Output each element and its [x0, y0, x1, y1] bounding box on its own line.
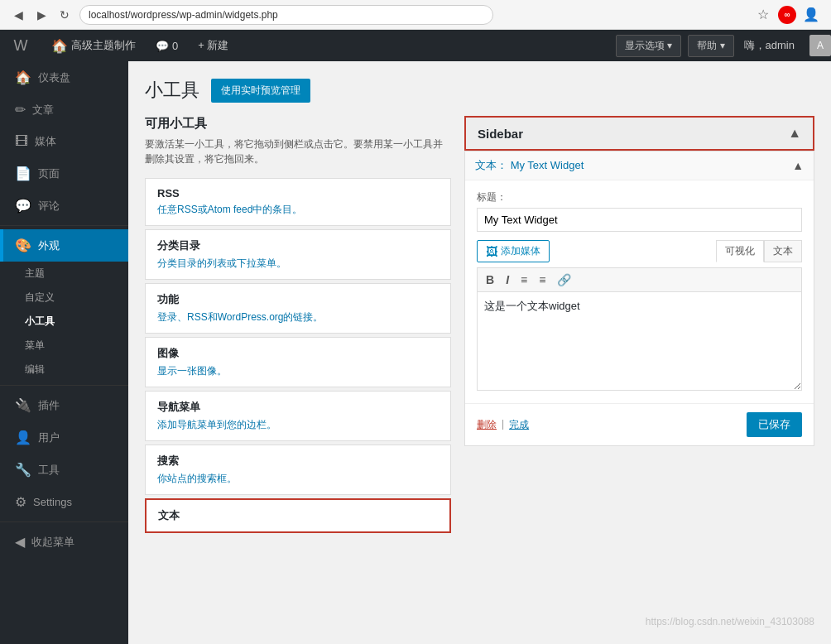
- editor-italic[interactable]: I: [502, 272, 512, 288]
- sidebar-label-appearance: 外观: [38, 238, 60, 253]
- sidebar-label-users: 用户: [38, 430, 60, 445]
- widget-item-rss[interactable]: RSS 任意RSS或Atom feed中的条目。: [145, 178, 451, 226]
- sidebar-label-comments: 评论: [38, 199, 60, 214]
- forward-button[interactable]: ▶: [33, 7, 50, 23]
- editor-list-ul[interactable]: ≡: [517, 272, 531, 288]
- editor-toolbar: B I ≡ ≡ 🔗: [477, 267, 802, 291]
- wp-logo[interactable]: W: [0, 30, 41, 61]
- sidebar-item-dashboard[interactable]: 🏠 仪表盘: [0, 61, 128, 94]
- widget-title-text: 文本: [158, 508, 438, 523]
- media-add-icon: 🖼: [486, 245, 497, 258]
- sidebar-sub-editor[interactable]: 编辑: [0, 358, 128, 382]
- admin-greeting: 嗨，admin: [734, 38, 805, 53]
- tab-text[interactable]: 文本: [764, 240, 802, 262]
- available-widgets-panel: 可用小工具 要激活某一小工具，将它拖动到侧栏或点击它。要禁用某一小工具并删除其设…: [145, 116, 451, 536]
- widget-item-categories[interactable]: 分类目录 分类目录的列表或下拉菜单。: [145, 229, 451, 280]
- sidebar-sub-widgets[interactable]: 小工具: [0, 310, 128, 334]
- sidebar-label-plugins: 插件: [38, 398, 60, 413]
- sidebar-item-plugins[interactable]: 🔌 插件: [0, 389, 128, 421]
- tab-visual[interactable]: 可视化: [716, 240, 764, 262]
- wp-content: 小工具 使用实时预览管理 可用小工具 要激活某一小工具，将它拖动到侧栏或点击它。…: [128, 61, 831, 644]
- sidebar-item-tools[interactable]: 🔧 工具: [0, 454, 128, 486]
- widget-title-navmenu: 导航菜单: [157, 400, 439, 415]
- add-media-button[interactable]: 🖼 添加媒体: [477, 240, 550, 262]
- done-link[interactable]: 完成: [509, 418, 529, 432]
- sidebar-sub-customize[interactable]: 自定义: [0, 286, 128, 310]
- sidebar-widgets-panel: Sidebar ▲ 文本： My Text Widget ▲ 标题：: [464, 116, 814, 536]
- sidebar-item-users[interactable]: 👤 用户: [0, 421, 128, 454]
- widget-body: 标题： 🖼 添加媒体 可视化 文本: [465, 180, 814, 403]
- sidebar-separator-2: [0, 385, 128, 386]
- sidebar-area-header[interactable]: Sidebar ▲: [464, 116, 814, 151]
- sidebar-item-posts[interactable]: ✏ 文章: [0, 94, 128, 126]
- admin-bar-home[interactable]: 🏠 高级主题制作: [41, 30, 146, 61]
- help-button[interactable]: 帮助 ▾: [688, 35, 733, 57]
- sidebar-label-posts: 文章: [32, 103, 54, 118]
- widget-footer-left: 删除 | 完成: [477, 418, 529, 432]
- widget-desc-search: 你站点的搜索框。: [157, 472, 439, 486]
- star-button[interactable]: ☆: [753, 5, 773, 25]
- widget-item-image[interactable]: 图像 显示一张图像。: [145, 337, 451, 387]
- tools-icon: 🔧: [15, 462, 31, 478]
- sidebar-sub-menus[interactable]: 菜单: [0, 334, 128, 358]
- sidebar-label-pages: 页面: [38, 166, 60, 181]
- editor-content[interactable]: 这是一个文本widget: [477, 291, 802, 391]
- sidebar-label-media: 媒体: [35, 134, 56, 149]
- widget-title-image: 图像: [157, 346, 439, 361]
- display-options-button[interactable]: 显示选项 ▾: [616, 35, 681, 57]
- wp-sidebar: 🏠 仪表盘 ✏ 文章 🎞 媒体 📄 页面 💬 评论 🎨 外观 主题 自定义: [0, 61, 128, 644]
- delete-link[interactable]: 删除: [477, 418, 497, 432]
- page-title: 小工具: [145, 78, 199, 103]
- save-button[interactable]: 已保存: [747, 412, 802, 437]
- widget-item-meta[interactable]: 功能 登录、RSS和WordPress.org的链接。: [145, 283, 451, 334]
- media-icon: 🎞: [15, 134, 28, 149]
- preview-manage-button[interactable]: 使用实时预览管理: [211, 79, 310, 103]
- text-widget-expanded: 文本： My Text Widget ▲ 标题： 🖼 添加媒体: [464, 151, 814, 446]
- back-button[interactable]: ◀: [10, 7, 26, 23]
- editor-bold[interactable]: B: [483, 272, 497, 288]
- appearance-icon: 🎨: [15, 238, 31, 253]
- page-header: 小工具 使用实时预览管理: [145, 78, 814, 103]
- widget-editor-toolbar: 🖼 添加媒体 可视化 文本: [477, 240, 802, 262]
- posts-icon: ✏: [15, 102, 26, 118]
- admin-bar-comments[interactable]: 💬 0: [146, 30, 188, 61]
- sidebar-item-comments[interactable]: 💬 评论: [0, 190, 128, 222]
- widget-desc-meta: 登录、RSS和WordPress.org的链接。: [157, 310, 439, 324]
- title-input[interactable]: [477, 208, 802, 232]
- widget-expanded-header[interactable]: 文本： My Text Widget ▲: [465, 151, 814, 180]
- comments-icon: 💬: [156, 40, 169, 52]
- refresh-button[interactable]: ↻: [56, 7, 73, 23]
- sidebar-item-appearance[interactable]: 🎨 外观: [0, 229, 128, 262]
- widget-footer: 删除 | 完成 已保存: [465, 403, 814, 445]
- sidebar-item-settings[interactable]: ⚙ Settings: [0, 486, 128, 518]
- plugins-icon: 🔌: [15, 397, 31, 413]
- sidebar-sub-themes[interactable]: 主题: [0, 262, 128, 286]
- wp-layout: 🏠 仪表盘 ✏ 文章 🎞 媒体 📄 页面 💬 评论 🎨 外观 主题 自定义: [0, 61, 831, 644]
- widget-expanded-toggle[interactable]: ▲: [792, 159, 804, 172]
- extension-icon[interactable]: ∞: [778, 6, 796, 24]
- sidebar-label-collapse: 收起菜单: [31, 535, 74, 550]
- sidebar-item-media[interactable]: 🎞 媒体: [0, 126, 128, 157]
- sidebar-separator-3: [0, 521, 128, 522]
- users-icon: 👤: [15, 430, 31, 445]
- sidebar-area-toggle[interactable]: ▲: [788, 126, 801, 141]
- url-bar[interactable]: localhost/wordpress/wp-admin/widgets.php: [79, 5, 493, 25]
- admin-avatar: A: [809, 35, 831, 56]
- footer-separator: |: [502, 418, 504, 432]
- widget-item-navmenu[interactable]: 导航菜单 添加导航菜单到您的边栏。: [145, 391, 451, 441]
- available-widgets-desc: 要激活某一小工具，将它拖动到侧栏或点击它。要禁用某一小工具并删除其设置，将它拖回…: [145, 137, 451, 166]
- settings-icon: ⚙: [15, 494, 26, 510]
- sidebar-item-pages[interactable]: 📄 页面: [0, 157, 128, 190]
- editor-list-ol[interactable]: ≡: [536, 272, 549, 288]
- widget-title-categories: 分类目录: [157, 238, 439, 253]
- user-menu-button[interactable]: 👤: [801, 5, 821, 25]
- widget-title-rss: RSS: [157, 187, 439, 199]
- widget-item-text[interactable]: 文本: [145, 498, 451, 533]
- sidebar-area-title: Sidebar: [478, 127, 523, 141]
- sidebar-item-collapse[interactable]: ◀ 收起菜单: [0, 526, 128, 558]
- browser-bar: ◀ ▶ ↻ localhost/wordpress/wp-admin/widge…: [0, 0, 831, 30]
- widget-item-search[interactable]: 搜索 你站点的搜索框。: [145, 445, 451, 495]
- wp-admin-bar: W 🏠 高级主题制作 💬 0 + 新建 显示选项 ▾ 帮助 ▾ 嗨，admin …: [0, 30, 831, 61]
- editor-link[interactable]: 🔗: [554, 272, 574, 288]
- admin-bar-new[interactable]: + 新建: [188, 30, 238, 61]
